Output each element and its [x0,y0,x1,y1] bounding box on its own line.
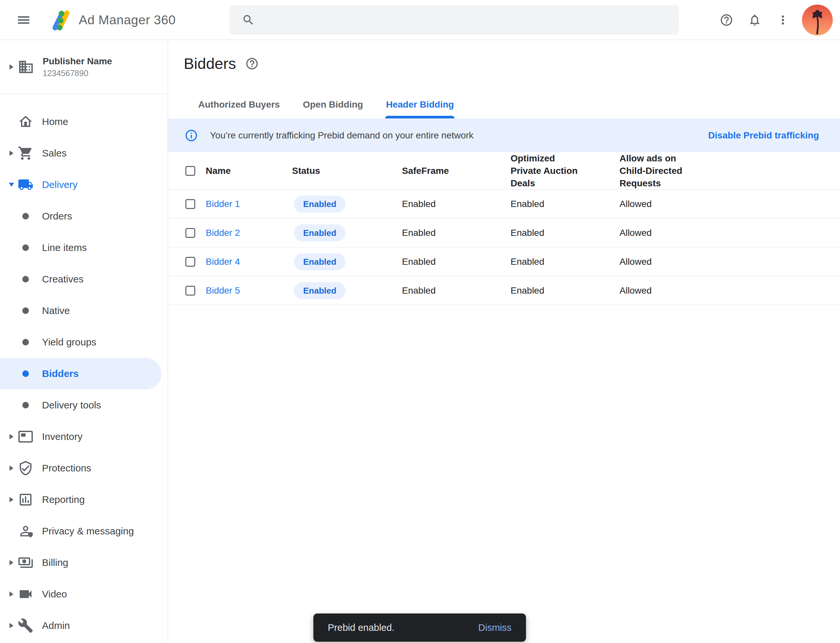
search-input[interactable] [229,5,679,35]
safeframe-cell: Enabled [402,256,511,267]
status-badge: Enabled [294,282,345,299]
bell-icon [748,13,762,27]
tab-authorized-buyers[interactable]: Authorized Buyers [198,95,281,118]
bullet-icon [18,271,33,287]
column-header-safeframe: SafeFrame [402,166,511,176]
info-banner: You’re currently trafficking Prebid dema… [168,118,840,152]
optimized-private-auction-deals-cell: Enabled [511,199,619,209]
tab-open-bidding[interactable]: Open Bidding [302,95,364,118]
sidebar: Publisher Name 1234567890 Home Sales Del… [0,40,168,643]
building-icon [18,59,34,75]
sidebar-item-protections[interactable]: Protections [0,452,168,484]
table-row: Bidder 1 Enabled Enabled Enabled Allowed [168,189,840,219]
sidebar-item-line-items[interactable]: Line items [0,232,168,263]
expand-arrow-icon [10,560,13,565]
truck-icon [18,177,33,193]
bullet-icon [18,303,33,318]
optimized-private-auction-deals-cell: Enabled [511,286,619,296]
main-content: Bidders Authorized BuyersOpen BiddingHea… [168,40,840,643]
ad-manager-logo-icon [47,7,74,33]
sidebar-item-bidders[interactable]: Bidders [0,358,162,389]
bullet-icon [18,397,33,413]
sidebar-item-privacy-messaging[interactable]: Privacy & messaging [0,516,168,547]
expand-arrow-icon [10,434,13,439]
child-directed-cell: Allowed [619,228,840,238]
column-header-name: Name [206,166,292,176]
sidebar-item-delivery-tools[interactable]: Delivery tools [0,389,168,421]
collapse-arrow-icon [9,183,14,187]
row-checkbox[interactable] [185,199,195,209]
column-header-status: Status [292,166,402,176]
privacy-icon [18,523,33,539]
search-icon [242,13,255,26]
help-button[interactable] [717,11,735,29]
sidebar-item-home[interactable]: Home [0,106,168,137]
banner-message: You’re currently trafficking Prebid dema… [210,130,474,141]
row-checkbox[interactable] [185,228,195,238]
notifications-button[interactable] [745,11,764,29]
sidebar-item-video[interactable]: Video [0,578,168,610]
avatar[interactable] [802,5,833,36]
status-badge: Enabled [294,253,345,270]
table-header: Name Status SafeFrame Optimized Private … [168,152,840,189]
expand-arrow-icon [10,64,13,70]
app-logo: Ad Manager 360 [47,7,176,33]
safeframe-cell: Enabled [402,199,511,209]
app-title: Ad Manager 360 [79,13,176,27]
sidebar-nav: Home Sales Delivery Orders Line items Cr… [0,94,168,641]
table-row: Bidder 4 Enabled Enabled Enabled Allowed [168,247,840,276]
publisher-selector[interactable]: Publisher Name 1234567890 [0,40,168,94]
bidder-name-link[interactable]: Bidder 5 [206,286,292,296]
sidebar-item-inventory[interactable]: Inventory [0,421,168,452]
sidebar-item-sales[interactable]: Sales [0,137,168,169]
help-icon [719,13,733,27]
sidebar-item-orders[interactable]: Orders [0,201,168,232]
tab-header-bidding[interactable]: Header Bidding [385,95,454,118]
sidebar-item-native[interactable]: Native [0,295,168,326]
expand-arrow-icon [10,623,13,628]
top-app-bar: Ad Manager 360 [0,0,840,40]
sidebar-item-yield-groups[interactable]: Yield groups [0,326,168,358]
sidebar-item-delivery[interactable]: Delivery [0,169,168,201]
publisher-name: Publisher Name [42,56,112,67]
status-badge: Enabled [294,224,345,242]
tab-bar: Authorized BuyersOpen BiddingHeader Bidd… [168,95,840,118]
select-all-checkbox[interactable] [185,166,195,176]
dismiss-button[interactable]: Dismiss [479,622,512,633]
disable-prebid-trafficking-link[interactable]: Disable Prebid trafficking [708,130,819,141]
bidder-name-link[interactable]: Bidder 2 [206,228,292,238]
bidder-name-link[interactable]: Bidder 4 [206,256,292,267]
info-icon [185,129,198,142]
child-directed-cell: Allowed [619,256,840,267]
expand-arrow-icon [10,591,13,597]
page-title: Bidders [184,54,236,72]
toast: Prebid enabled. Dismiss [313,614,526,642]
overflow-menu-button[interactable] [774,11,792,29]
hamburger-icon [16,13,31,28]
topbar-actions [717,0,833,40]
safeframe-cell: Enabled [402,228,511,238]
column-header-optimized-private-auction-deals: Optimized Private Auction Deals [511,152,588,189]
report-icon [18,492,33,508]
admin-icon [18,618,33,633]
status-badge: Enabled [294,196,345,212]
row-checkbox[interactable] [185,286,195,295]
inventory-icon [18,429,33,444]
sidebar-item-billing[interactable]: Billing [0,547,168,578]
column-header-child-directed: Allow ads on Child-Directed Requests [619,152,696,189]
table-row: Bidder 5 Enabled Enabled Enabled Allowed [168,276,840,305]
expand-arrow-icon [10,465,13,471]
cart-icon [18,145,33,161]
bullet-icon [18,366,33,382]
sidebar-item-creatives[interactable]: Creatives [0,263,168,295]
publisher-network-code: 1234567890 [42,69,112,78]
menu-button[interactable] [15,11,33,29]
sidebar-item-reporting[interactable]: Reporting [0,484,168,516]
sidebar-item-admin[interactable]: Admin [0,610,168,641]
table-body: Bidder 1 Enabled Enabled Enabled Allowed… [168,189,840,305]
bidder-name-link[interactable]: Bidder 1 [206,199,292,209]
video-icon [18,586,33,602]
row-checkbox[interactable] [185,257,195,267]
page-help-icon[interactable] [245,57,259,70]
more-vert-icon [776,13,790,27]
